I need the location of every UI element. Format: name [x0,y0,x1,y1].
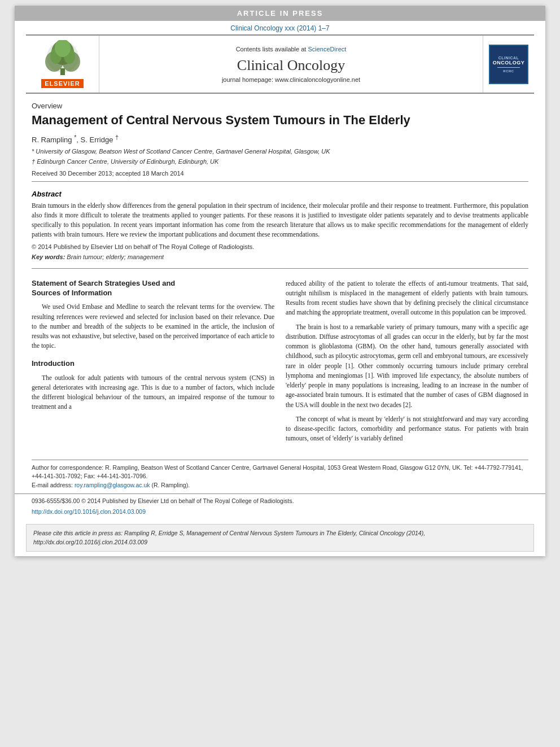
footnote-area: Author for correspondence: R. Rampling, … [32,460,528,493]
introduction-text: The outlook for adult patients with tumo… [32,373,274,412]
right-col-text1: reduced ability of the patient to tolera… [286,279,528,318]
divider-2 [32,268,528,269]
article-in-press-banner: ARTICLE IN PRESS [15,6,545,21]
footnote-email-note: (R. Rampling). [151,482,190,488]
article-title: Management of Central Nervous System Tum… [32,112,528,128]
journal-homepage: journal homepage: www.clinicaloncologyon… [222,76,360,83]
author-erridge: S. Erridge † [81,136,119,144]
affiliation-2: † Edinburgh Cancer Centre, University of… [32,158,528,166]
overview-label: Overview [32,102,528,110]
footnote-line1: Author for correspondence: R. Rampling, … [32,464,528,482]
doi-link[interactable]: http://dx.doi.org/10.1016/j.clon.2014.03… [32,508,146,515]
page: ARTICLE IN PRESS Clinical Oncology xxx (… [15,6,545,556]
abstract-heading: Abstract [32,190,528,198]
citation-box: Please cite this article in press as: Ra… [26,524,534,552]
co-logo-box: CLINICAL ONCOLOGY RCRC [489,45,528,84]
two-column-body: Statement of Search Strategies Used and … [32,273,528,454]
journal-header: ELSEVIER Contents lists available at Sci… [26,34,534,94]
keywords-label: Key words: [32,254,65,260]
right-col-text3: The concept of what is meant by 'elderly… [286,414,528,444]
search-strategies-heading: Statement of Search Strategies Used and … [32,279,274,298]
article-content: Overview Management of Central Nervous S… [15,94,545,460]
search-strategies-text: We used Ovid Embase and Medline to searc… [32,302,274,351]
bottom-bar: 0936-6555/$36.00 © 2014 Published by Els… [15,493,545,519]
sciencedirect-link[interactable]: ScienceDirect [308,46,346,53]
footnote-email: E-mail address: roy.rampling@glasgow.ac.… [32,481,528,490]
authors: R. Rampling *, S. Erridge † [32,134,528,144]
keywords-line: Key words: Brain tumour; elderly; manage… [32,254,528,260]
left-column: Statement of Search Strategies Used and … [32,279,274,448]
journal-name-heading: Clinical Oncology [237,57,345,74]
abstract-text: Brain tumours in the elderly show differ… [32,201,528,240]
introduction-heading: Introduction [32,359,274,369]
journal-citation: Clinical Oncology xxx (2014) 1–7 [15,21,545,34]
elsevier-logo: ELSEVIER [26,36,99,93]
keywords-text: Brain tumour; elderly; management [67,254,164,260]
issn-line: 0936-6555/$36.00 © 2014 Published by Els… [32,497,528,504]
journal-citation-text: Clinical Oncology xxx (2014) 1–7 [230,24,329,32]
elsevier-tree-icon [40,40,85,77]
citation-text: Please cite this article in press as: Ra… [33,530,425,545]
footnote-email-link[interactable]: roy.rampling@glasgow.ac.uk [75,482,150,488]
divider-1 [32,181,528,182]
elsevier-label: ELSEVIER [41,79,83,88]
right-col-text2: The brain is host to a remarkable variet… [286,322,528,410]
author-rampling: R. Rampling * [32,136,76,144]
journal-center: Contents lists available at ScienceDirec… [99,36,483,93]
received-dates: Received 30 December 2013; accepted 18 M… [32,170,528,177]
abstract-section: Abstract Brain tumours in the elderly sh… [32,186,528,264]
contents-line: Contents lists available at ScienceDirec… [236,46,347,53]
copyright-line: © 2014 Published by Elsevier Ltd on beha… [32,243,528,250]
journal-right-logo: CLINICAL ONCOLOGY RCRC [483,36,534,93]
banner-text: ARTICLE IN PRESS [237,9,323,18]
affiliation-1: * University of Glasgow, Beatson West of… [32,147,528,156]
right-column: reduced ability of the patient to tolera… [286,279,528,448]
